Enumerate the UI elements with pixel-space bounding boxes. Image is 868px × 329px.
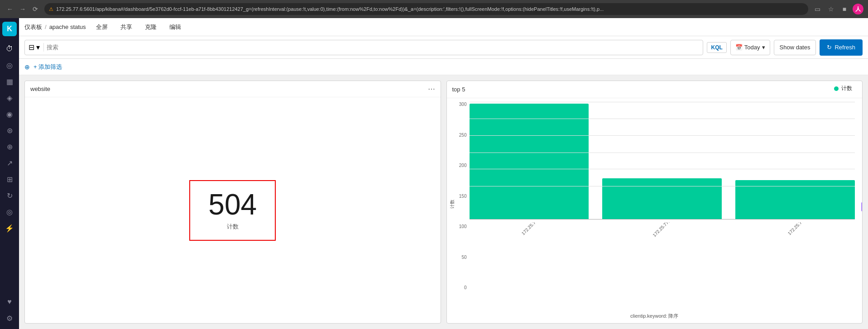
toolbar: ⊟ ▾ KQL 📅 Today ▾ Show dates ↻ Refresh — [19, 36, 868, 59]
bar-2-rect[interactable] — [602, 178, 722, 219]
profile-avatar[interactable]: 人 — [853, 4, 863, 14]
top5-panel-title: top 5 — [452, 86, 465, 93]
y-label-250: 250 — [459, 133, 467, 138]
sidebar-item-graph[interactable]: ↗ — [2, 156, 17, 170]
calendar-icon: 📅 — [735, 44, 743, 51]
y-label-200: 200 — [459, 163, 467, 168]
browser-actions: ▭ ☆ ■ 人 — [812, 4, 863, 14]
search-input[interactable] — [47, 44, 699, 51]
sidebar-item-dashboard[interactable]: ▦ — [2, 74, 17, 89]
chart-legend: 计数 — [834, 85, 857, 92]
y-label-50: 50 — [461, 255, 466, 260]
reload-button[interactable]: ⟳ — [30, 4, 41, 14]
cast-button[interactable]: ▭ — [812, 4, 823, 14]
y-label-150: 150 — [459, 194, 467, 199]
topbar: 仪表板 / apache status 全屏 共享 克隆 编辑 — [19, 18, 868, 36]
website-panel-header: website ⋯ — [25, 81, 441, 97]
sidebar-item-search[interactable]: ◎ — [2, 58, 17, 72]
sidebar-item-globe[interactable]: ⊛ — [2, 123, 17, 138]
kql-button[interactable]: KQL — [707, 42, 726, 53]
top-actions: 全屏 共享 克隆 编辑 — [93, 21, 184, 33]
y-axis-title: 计数 — [450, 200, 455, 209]
sidebar-item-people[interactable]: ⊕ — [2, 139, 17, 154]
sidebar-item-discover[interactable]: ⏱ — [2, 42, 17, 56]
sidebar: K ⏱ ◎ ▦ ◈ ◉ ⊛ ⊕ ↗ ⊞ ↻ ◎ ⚡ ♥ ⚙ — [0, 18, 19, 329]
share-button[interactable]: 共享 — [118, 21, 135, 33]
website-panel-title: website — [30, 86, 50, 92]
search-bar: ⊟ ▾ — [24, 40, 703, 55]
website-panel: website ⋯ 504 计数 — [24, 81, 441, 324]
refresh-icon: ↻ — [827, 44, 832, 51]
filter-options-icon: ⊕ — [24, 63, 30, 71]
filter-bar: ⊕ + 添加筛选 — [19, 59, 868, 75]
kibana-logo[interactable]: K — [2, 22, 17, 36]
sidebar-item-tag[interactable]: ⊞ — [2, 172, 17, 186]
extensions-button[interactable]: ■ — [839, 4, 850, 14]
metric-container: 504 计数 — [189, 180, 276, 241]
legend-dot — [834, 86, 839, 91]
date-picker[interactable]: 📅 Today ▾ — [730, 40, 770, 55]
add-filter-button[interactable]: + 添加筛选 — [34, 63, 62, 71]
refresh-button[interactable]: ↻ Refresh — [820, 39, 863, 56]
search-icon-area: ⊟ ▾ — [29, 43, 44, 52]
y-label-0: 0 — [464, 285, 467, 290]
top5-panel-header: top 5 计数 — [447, 81, 863, 98]
breadcrumb-current: apache status — [49, 24, 86, 30]
url-text: 172.25.77.6:5601/app/kibana#/dashboard/5… — [56, 6, 604, 12]
refresh-label: Refresh — [834, 44, 855, 51]
date-label: Today — [744, 44, 760, 51]
filter-options-button[interactable]: ⊕ — [24, 63, 30, 71]
sidebar-item-settings[interactable]: ⚙ — [2, 311, 17, 325]
website-panel-body: 504 计数 — [25, 97, 441, 323]
fullscreen-button[interactable]: 全屏 — [93, 21, 110, 33]
lock-icon: ⚠ — [49, 6, 53, 12]
date-chevron-icon: ▾ — [762, 44, 765, 51]
forward-button[interactable]: → — [17, 4, 28, 14]
bar-1-rect[interactable] — [470, 104, 589, 219]
back-button[interactable]: ← — [5, 4, 15, 14]
sidebar-item-refresh[interactable]: ↻ — [2, 188, 17, 203]
website-panel-menu-button[interactable]: ⋯ — [428, 85, 435, 93]
edit-button[interactable]: 编辑 — [167, 21, 184, 33]
sidebar-item-heart[interactable]: ♥ — [2, 295, 17, 309]
breadcrumb-separator: / — [45, 24, 47, 30]
y-label-300: 300 — [459, 102, 467, 107]
bar-2 — [602, 178, 722, 219]
browser-chrome: ← → ⟳ ⚠ 172.25.77.6:5601/app/kibana#/das… — [0, 0, 868, 18]
x-label-2: 172.25.77.250 — [652, 222, 684, 240]
x-label-3: 172.25.77.4 — [786, 222, 815, 240]
sidebar-item-wifi[interactable]: ◎ — [2, 205, 17, 219]
filter-icon: ⊟ — [29, 43, 34, 52]
sidebar-item-lightning[interactable]: ⚡ — [2, 221, 17, 235]
chevron-down-icon[interactable]: ▾ — [36, 43, 40, 52]
bookmark-button[interactable]: ☆ — [825, 4, 836, 14]
bar-1 — [470, 104, 589, 219]
breadcrumb: 仪表板 / apache status — [24, 23, 86, 31]
sidebar-item-canvas[interactable]: ◈ — [2, 91, 17, 105]
dashboard-area: website ⋯ 504 计数 top 5 计数 — [19, 75, 868, 329]
app-container: K ⏱ ◎ ▦ ◈ ◉ ⊛ ⊕ ↗ ⊞ ↻ ◎ ⚡ ♥ ⚙ 仪表板 / apac… — [0, 18, 868, 329]
x-axis-title: clientip.keyword: 降序 — [630, 313, 678, 319]
sidebar-item-maps[interactable]: ◉ — [2, 107, 17, 121]
y-label-100: 100 — [459, 224, 467, 229]
top5-panel-body: 300 250 200 150 100 50 0 计数 — [447, 98, 863, 323]
show-dates-button[interactable]: Show dates — [774, 40, 816, 55]
legend-label: 计数 — [841, 85, 852, 92]
nav-buttons: ← → ⟳ — [5, 4, 41, 14]
metric-label: 计数 — [208, 223, 257, 231]
clone-button[interactable]: 克隆 — [142, 21, 159, 33]
breadcrumb-home[interactable]: 仪表板 — [24, 23, 42, 31]
x-label-1: 172.25.77.3 — [521, 222, 549, 240]
main-content: 仪表板 / apache status 全屏 共享 克隆 编辑 ⊟ ▾ KQL — [19, 18, 868, 329]
top5-panel: top 5 计数 300 250 200 150 100 — [446, 81, 863, 324]
metric-value: 504 — [208, 190, 257, 219]
address-bar[interactable]: ⚠ 172.25.77.6:5601/app/kibana#/dashboard… — [44, 3, 808, 15]
